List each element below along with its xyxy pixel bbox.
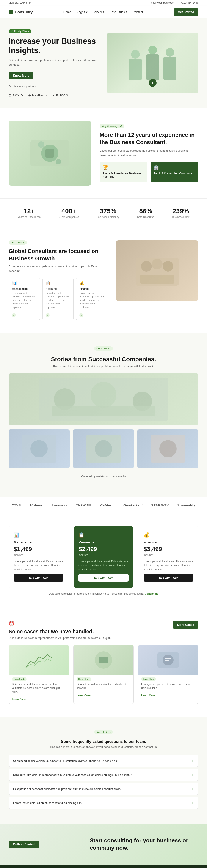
- focus-card-link-1[interactable]: →: [12, 313, 16, 317]
- get-started-button[interactable]: Get Started: [174, 8, 198, 16]
- focus-cards: 📊 Management Excepteur sint occaecat cup…: [9, 278, 107, 321]
- nav-pages[interactable]: Pages ▾: [76, 10, 88, 14]
- pricing-management-period: monthly: [13, 553, 63, 556]
- media-calderni: Calderni: [100, 503, 115, 507]
- media-business: Business: [51, 503, 68, 507]
- pricing-resource-cta[interactable]: Talk with Team: [78, 574, 128, 582]
- focus-card-link-2[interactable]: →: [46, 313, 49, 317]
- story-col-2: [73, 429, 134, 470]
- case-img-2: [73, 645, 134, 675]
- more-cases-button[interactable]: More Cases: [173, 621, 198, 628]
- hero-cta-button[interactable]: Know More: [9, 72, 33, 79]
- faq-question-4[interactable]: Lorem ipsum dolor sit amet, consectetur …: [9, 797, 198, 809]
- focus-content: Our Focused Global Consultant are focuse…: [9, 240, 107, 321]
- svg-rect-2: [164, 57, 176, 80]
- phone-info: +123-456-2456: [181, 1, 198, 4]
- pricing-card-resource: 📋 Resource $2,499 monthly Lorem ipsum do…: [73, 526, 133, 588]
- cases-icon: ⏰: [9, 621, 173, 627]
- pricing-card-finance: 💰 Finance $3,499 monthly Lorem ipsum dol…: [139, 526, 198, 588]
- stat-profit-label: Business Profit: [172, 216, 189, 219]
- case-badge-3: Case Study: [141, 677, 156, 681]
- faq-question-2-text: Duis aute irure dolor in reprehenderit i…: [13, 773, 192, 777]
- nav-contact[interactable]: Contact: [133, 10, 143, 14]
- case-link-1[interactable]: Learn Case: [9, 696, 69, 704]
- faq-question-2[interactable]: Duis aute irure dolor in reprehenderit i…: [9, 769, 198, 781]
- focus-badge: Our Focused: [9, 240, 27, 245]
- focus-image: [116, 240, 198, 301]
- stat-profit-num: 239%: [172, 207, 189, 215]
- faq-question-3[interactable]: Excepteur sint occaecat cupidatat non pr…: [9, 783, 198, 795]
- why-headline: More than 12 years of experience in the …: [100, 131, 198, 146]
- faq-headline: Some frequently asked questions to our t…: [9, 739, 198, 744]
- focus-img-placeholder: [116, 240, 198, 301]
- why-card-1-title: Plans & Awards for Business Planning: [103, 172, 144, 178]
- nav-home[interactable]: Home: [63, 10, 71, 14]
- hero-headline: Increase your Business Insights.: [9, 36, 100, 55]
- pricing-contact-link[interactable]: Contact us: [145, 592, 158, 595]
- case-card-2: Case Study Sit amet porta donec enim dia…: [73, 645, 134, 704]
- faq-question-1-text: Ut enim ad minim veniam, quis nostrud ex…: [13, 759, 192, 763]
- cta-right: Start consulting for your business or co…: [90, 837, 198, 851]
- focus-resource-icon: 📋: [46, 281, 70, 286]
- focus-description: Excepteur sint occaecat cupidatat non pr…: [9, 264, 107, 273]
- faq-question-4-text: Lorem ipsum dolor sit amet, consectetur …: [13, 801, 192, 805]
- media-ionews: 10News: [30, 503, 43, 507]
- svg-rect-15: [140, 275, 174, 283]
- nav-services[interactable]: Services: [93, 10, 104, 14]
- logo[interactable]: Consultry: [9, 10, 33, 14]
- stat-experience: 12+ Years of Experience: [18, 207, 41, 219]
- story-small-img-2: [73, 429, 134, 468]
- case-link-3[interactable]: Learn Case: [138, 692, 198, 700]
- office-hours: Mon-Sat, 9AM-5PM: [9, 1, 31, 4]
- svg-rect-28: [99, 657, 108, 663]
- story-col-1: [9, 429, 70, 470]
- faq-question-3-text: Excepteur sint occaecat cupidatat non pr…: [13, 787, 192, 790]
- media-logos-section: CTVS 10News Business TVP-ONE Calderni On…: [0, 497, 207, 513]
- svg-point-30: [163, 655, 174, 665]
- cta-left: Getting Started: [9, 841, 81, 848]
- hero-badge: #1 Priority Clients: [9, 29, 32, 33]
- case-link-2[interactable]: Learn Case: [73, 692, 134, 700]
- svg-point-22: [30, 440, 48, 457]
- hero-description: Duis aute irure dolor in reprehenderit i…: [9, 58, 100, 67]
- top-bar: Mon-Sat, 9AM-5PM mail@company.com +123-4…: [0, 0, 207, 6]
- cases-headline: Some cases that we have handled.: [9, 628, 173, 634]
- hero-image: ▶: [107, 33, 198, 93]
- focus-card-resource-title: Resource: [46, 287, 70, 290]
- why-card-1: 🏆 Plans & Awards for Business Planning: [100, 162, 147, 182]
- faq-question-1[interactable]: Ut enim ad minim veniam, quis nostrud ex…: [9, 755, 198, 767]
- pricing-finance-title: Finance: [144, 540, 194, 545]
- pricing-section: 📊 Management $1,499 monthly Lorem ipsum …: [0, 513, 207, 608]
- pricing-management-price: $1,499: [13, 546, 63, 553]
- svg-point-13: [152, 259, 163, 270]
- svg-point-18: [91, 382, 116, 408]
- pricing-finance-cta[interactable]: Talk with Team: [144, 574, 194, 582]
- stat-experience-label: Years of Experience: [18, 216, 41, 219]
- partner-3: ▲ BUCCO: [52, 94, 68, 97]
- pricing-management-cta[interactable]: Talk with Team: [13, 574, 63, 582]
- cta-button[interactable]: Getting Started: [9, 841, 39, 848]
- play-button[interactable]: ▶: [149, 79, 157, 87]
- faq-toggle-1: +: [192, 758, 194, 763]
- pricing-resource-period: monthly: [78, 553, 128, 556]
- faq-item-1: Ut enim ad minim veniam, quis nostrud ex…: [9, 755, 198, 767]
- pricing-note: Duis aute irure dolor in reprehenderit i…: [9, 592, 198, 595]
- focus-card-finance: 💰 Finance Excepteur sint occaecat cupida…: [76, 278, 107, 321]
- faq-description: This is a general question or answer. If…: [47, 745, 160, 748]
- email-info: mail@company.com: [151, 1, 174, 4]
- why-card-2: 🏢 Top US Consulting Company: [150, 162, 198, 182]
- why-image: [9, 121, 91, 186]
- focus-card-resource-desc: Excepteur sint occaecat cupidatat non pr…: [46, 291, 70, 309]
- case-card-1: Case Study Duis aute irure dolor in repr…: [9, 645, 69, 704]
- pricing-resource-price: $2,499: [78, 546, 128, 553]
- story-col-3: [137, 429, 198, 470]
- svg-point-10: [56, 159, 61, 164]
- why-badge: Why Choosing Us?: [100, 124, 124, 128]
- nav-case-studies[interactable]: Case Studies: [109, 10, 127, 14]
- media-ctvs: CTVS: [12, 503, 21, 507]
- stat-clients-num: 400+: [59, 207, 79, 215]
- case-img-1: [9, 645, 69, 675]
- why-description: Excepteur sint occaecat cupidatat non pr…: [100, 149, 198, 158]
- focus-card-link-3[interactable]: →: [79, 313, 83, 317]
- faq-item-4: Lorem ipsum dolor sit amet, consectetur …: [9, 797, 198, 809]
